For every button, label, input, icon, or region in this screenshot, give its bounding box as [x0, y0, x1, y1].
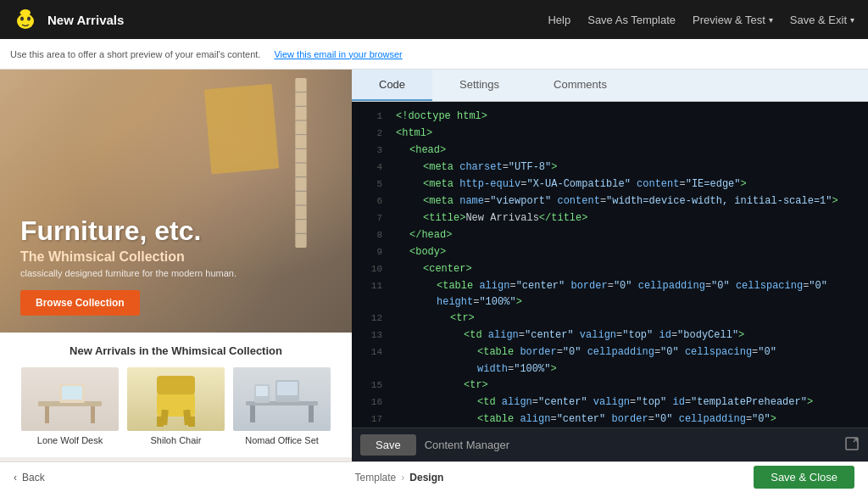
- product-item: Shiloh Chair: [127, 367, 225, 445]
- save-button[interactable]: Save: [360, 434, 416, 456]
- svg-rect-30: [309, 405, 314, 422]
- svg-rect-34: [256, 386, 268, 396]
- svg-rect-23: [157, 376, 195, 394]
- breadcrumb-template: Template: [355, 472, 397, 484]
- code-line: 4 <meta charset="UTF-8">: [352, 159, 868, 176]
- chevron-down-icon: ▾: [769, 15, 773, 25]
- preview-panel: Furniture, etc. The Whimsical Collection…: [0, 70, 352, 461]
- hero-description: classically designed furniture for the m…: [20, 268, 236, 278]
- help-button[interactable]: Help: [548, 14, 570, 26]
- tab-code[interactable]: Code: [352, 70, 432, 101]
- main-layout: Furniture, etc. The Whimsical Collection…: [0, 70, 868, 461]
- hero-title: Furniture, etc.: [20, 216, 236, 246]
- code-line: 7 <title>New Arrivals</title>: [352, 210, 868, 227]
- chevron-left-icon: ‹: [14, 472, 17, 484]
- code-tabs: Code Settings Comments: [352, 70, 868, 102]
- nav-right: Help Save As Template Preview & Test ▾ S…: [548, 14, 854, 26]
- code-line: 15 <tr>: [352, 377, 868, 394]
- code-editor[interactable]: 1 <!doctype html> 2 <html> 3 <head> 4 <m…: [352, 102, 868, 428]
- svg-rect-21: [62, 386, 82, 400]
- breadcrumb: Template › Design: [355, 472, 444, 484]
- product-item: Lone Wolf Desk: [21, 367, 119, 445]
- code-line: 8 </head>: [352, 227, 868, 244]
- svg-point-4: [20, 12, 23, 14]
- desk-illustration: [21, 367, 119, 431]
- code-line: 6 <meta name="viewport" content="width=d…: [352, 193, 868, 210]
- save-exit-dropdown[interactable]: Save & Exit ▾: [790, 14, 854, 26]
- breadcrumb-active: Design: [409, 472, 443, 484]
- svg-rect-19: [91, 406, 95, 423]
- footer-bar: ‹ Back Template › Design Save & Close: [0, 461, 868, 492]
- products-grid: Lone Wolf Desk Shiloh Cha: [14, 367, 338, 445]
- products-section: New Arrivals in the Whimsical Collection…: [0, 333, 352, 457]
- hero-text: Furniture, etc. The Whimsical Collection…: [20, 216, 236, 316]
- code-line: 16 <td align="center" valign="top" id="t…: [352, 394, 868, 411]
- expand-icon[interactable]: [844, 436, 860, 455]
- breadcrumb-separator: ›: [401, 472, 404, 484]
- save-template-button[interactable]: Save As Template: [587, 14, 676, 26]
- svg-point-1: [20, 17, 24, 21]
- code-line: 13 <td align="center" valign="top" id="b…: [352, 327, 868, 344]
- svg-rect-29: [250, 405, 255, 422]
- ruler-decoration: [275, 78, 326, 248]
- code-line: 2 <html>: [352, 126, 868, 143]
- svg-rect-32: [277, 382, 298, 395]
- tab-settings[interactable]: Settings: [432, 70, 526, 101]
- code-line: 10 <center>: [352, 261, 868, 278]
- tab-comments[interactable]: Comments: [526, 70, 634, 101]
- save-close-button[interactable]: Save & Close: [754, 466, 854, 489]
- mailchimp-logo: [14, 8, 37, 31]
- code-panel: Code Settings Comments 1 <!doctype html>…: [352, 70, 868, 461]
- product-image-chair: [127, 367, 225, 431]
- svg-rect-26: [160, 410, 169, 426]
- code-line: 9 <body>: [352, 244, 868, 261]
- product-name: Shiloh Chair: [127, 435, 225, 445]
- hero-section: Furniture, etc. The Whimsical Collection…: [0, 70, 352, 333]
- hero-cta-button[interactable]: Browse Collection: [20, 290, 140, 316]
- svg-point-2: [27, 17, 31, 21]
- back-button[interactable]: ‹ Back: [14, 472, 45, 484]
- product-name: Lone Wolf Desk: [21, 435, 119, 445]
- view-in-browser-link[interactable]: View this email in your browser: [274, 49, 402, 59]
- content-manager-button[interactable]: Content Manager: [425, 439, 509, 451]
- chair-illustration: [127, 367, 225, 431]
- code-bottom-bar: Save Content Manager: [352, 428, 868, 461]
- code-line: 17 <table align="center" border="0" cell…: [352, 411, 868, 428]
- code-line: 1 <!doctype html>: [352, 109, 868, 126]
- product-image-desk: [21, 367, 119, 431]
- hint-text: Use this area to offer a short preview o…: [10, 49, 260, 59]
- preview-test-dropdown[interactable]: Preview & Test ▾: [693, 14, 773, 26]
- code-line: 14 <table border="0" cellpadding="0" cel…: [352, 344, 868, 377]
- product-name: Nomad Office Set: [233, 435, 331, 445]
- code-line: 3 <head>: [352, 143, 868, 159]
- code-line: 5 <meta http-equiv="X-UA-Compatible" con…: [352, 176, 868, 193]
- set-illustration: [233, 367, 331, 431]
- hint-bar: Use this area to offer a short preview o…: [0, 39, 868, 70]
- hero-subtitle: The Whimsical Collection: [20, 249, 236, 265]
- code-line: 12 <tr>: [352, 310, 868, 327]
- nav-left: New Arrivals: [14, 8, 124, 31]
- svg-rect-18: [45, 406, 49, 423]
- page-title: New Arrivals: [47, 13, 124, 27]
- products-section-title: New Arrivals in the Whimsical Collection: [14, 344, 338, 357]
- top-navigation: New Arrivals Help Save As Template Previ…: [0, 0, 868, 39]
- svg-rect-27: [183, 410, 192, 426]
- code-line: 11 <table align="center" border="0" cell…: [352, 278, 868, 310]
- product-image-set: [233, 367, 331, 431]
- notebook-decoration: [204, 84, 279, 175]
- back-label: Back: [22, 472, 45, 484]
- product-item: Nomad Office Set: [233, 367, 331, 445]
- chevron-down-icon: ▾: [850, 15, 854, 25]
